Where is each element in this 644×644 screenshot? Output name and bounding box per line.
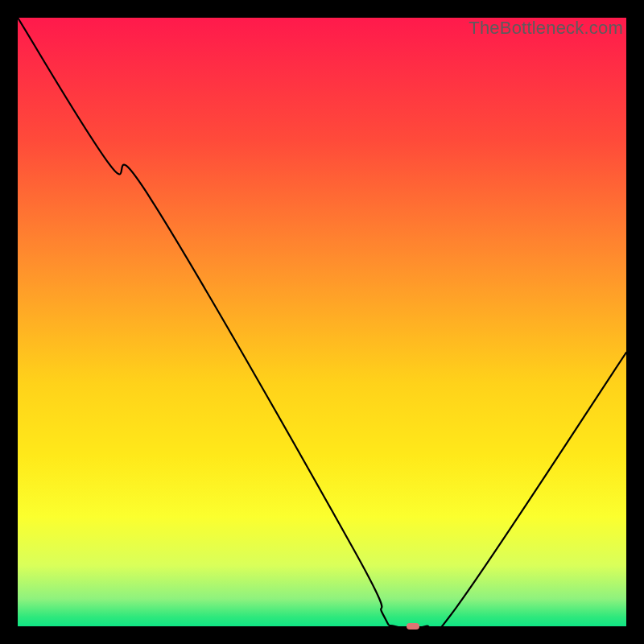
bottleneck-curve: [18, 18, 626, 626]
plot-area: TheBottleneck.com: [18, 18, 626, 626]
chart-stage: TheBottleneck.com: [0, 0, 644, 644]
optimum-marker: [407, 623, 419, 630]
